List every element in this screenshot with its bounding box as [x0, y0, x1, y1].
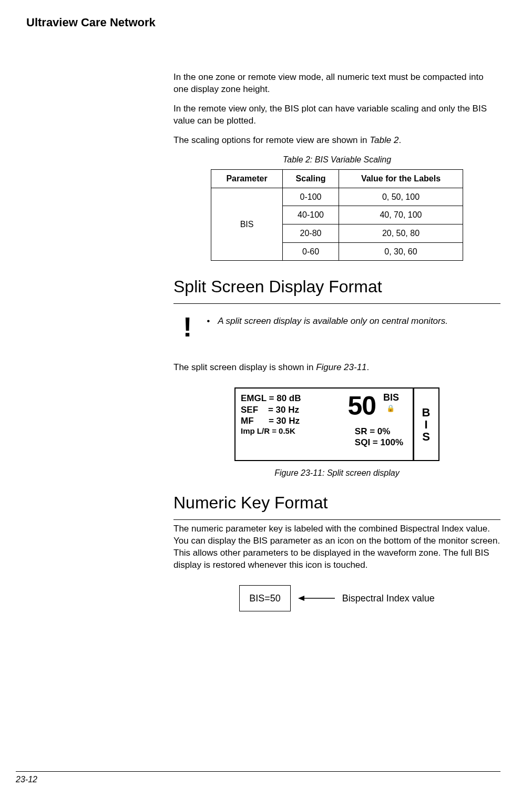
- cell-scaling: 40-100: [283, 206, 339, 224]
- intro-p3-suffix: .: [398, 135, 401, 145]
- fig-sr: SR = 0%: [355, 426, 403, 437]
- fig-bis-label: BIS: [383, 392, 399, 404]
- svg-marker-1: [298, 596, 304, 601]
- intro-p3-ref: Table 2: [370, 135, 398, 145]
- table-row: BIS 0-100 0, 50, 100: [211, 188, 463, 206]
- note-body: A split screen display is available only…: [218, 316, 448, 326]
- intro-p3-prefix: The scaling options for remote view are …: [173, 135, 370, 145]
- cell-labels: 0, 50, 100: [339, 188, 463, 206]
- exclamation-icon: !: [183, 313, 192, 341]
- fig-side-bis: B I S: [422, 406, 431, 443]
- cell-scaling: 0-100: [283, 188, 339, 206]
- fig-bignum: 50: [347, 390, 376, 423]
- figure-caption: Figure 23-11: Split screen display: [173, 467, 500, 479]
- cell-scaling: 20-80: [283, 224, 339, 243]
- note-text: • A split screen display is available on…: [207, 315, 448, 328]
- cell-labels: 0, 30, 60: [339, 242, 463, 261]
- split-p1: The split screen display is shown in Fig…: [173, 362, 500, 374]
- numeric-p1: The numeric parameter key is labeled wit…: [173, 523, 500, 571]
- fig-mf: MF = 30 Hz: [241, 415, 410, 426]
- fig-sqi: SQI = 100%: [355, 437, 403, 448]
- split-p1-ref: Figure 23-11: [316, 362, 366, 372]
- figure-right-panel: B I S: [413, 389, 438, 460]
- intro-para-3: The scaling options for remote view are …: [173, 135, 500, 147]
- arrow-left-icon: [298, 595, 335, 601]
- cell-labels: 20, 50, 80: [339, 224, 463, 243]
- fig-sef: SEF = 30 Hz: [241, 404, 410, 415]
- bis-key-button[interactable]: BIS=50: [239, 585, 291, 611]
- intro-para-1: In the one zone or remote view mode, all…: [173, 71, 500, 96]
- heading-numeric-key: Numeric Key Format: [173, 492, 500, 520]
- page-header: Ultraview Care Network: [26, 16, 500, 29]
- footer: 23-12: [16, 771, 500, 784]
- table2-caption: Table 2: BIS Variable Scaling: [173, 154, 500, 166]
- figure-left-panel: EMGL = 80 dB SEF = 30 Hz MF = 30 Hz Imp …: [236, 389, 413, 460]
- numeric-key-figure: BIS=50 Bispectral Index value: [173, 585, 500, 611]
- numeric-callout: Bispectral Index value: [342, 592, 435, 605]
- lock-icon: 🔒: [386, 404, 395, 413]
- page-number: 23-12: [16, 775, 37, 784]
- th-scaling: Scaling: [283, 170, 339, 188]
- heading-split-screen: Split Screen Display Format: [173, 275, 500, 304]
- th-parameter: Parameter: [211, 170, 283, 188]
- table-bis-scaling: Parameter Scaling Value for the Labels B…: [211, 169, 463, 261]
- th-labels: Value for the Labels: [339, 170, 463, 188]
- cell-scaling: 0-60: [283, 242, 339, 261]
- cell-labels: 40, 70, 100: [339, 206, 463, 224]
- figure-split-screen: EMGL = 80 dB SEF = 30 Hz MF = 30 Hz Imp …: [234, 387, 439, 461]
- fig-sr-block: SR = 0% SQI = 100%: [355, 426, 403, 448]
- split-p1-suffix: .: [367, 362, 370, 372]
- split-p1-prefix: The split screen display is shown in: [173, 362, 316, 372]
- intro-para-2: In the remote view only, the BIS plot ca…: [173, 103, 500, 127]
- note-block: ! • A split screen display is available …: [173, 313, 500, 341]
- cell-parameter: BIS: [211, 188, 283, 260]
